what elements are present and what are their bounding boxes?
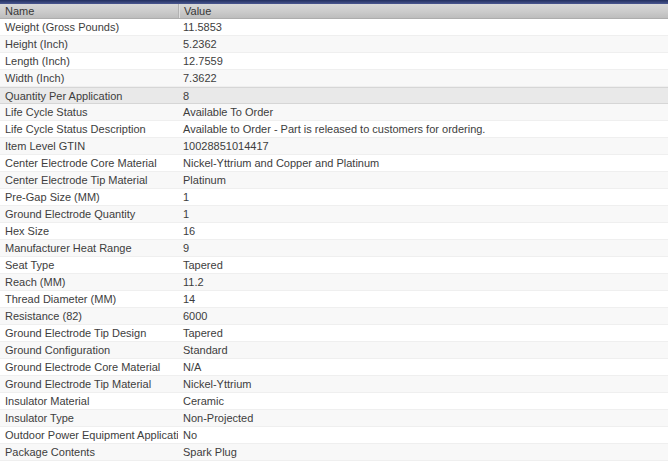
row-value-cell: 9 bbox=[178, 240, 668, 256]
row-name-cell: Insulator Material bbox=[0, 393, 178, 409]
table-row[interactable]: Ground Electrode Quantity 1 bbox=[0, 206, 668, 223]
row-value-cell: 5.2362 bbox=[178, 36, 668, 52]
row-value-cell: 1 bbox=[178, 206, 668, 222]
table-row[interactable]: Weight (Gross Pounds) 11.5853 bbox=[0, 19, 668, 36]
row-name-cell: Length (Inch) bbox=[0, 53, 178, 69]
row-value-cell: Platinum bbox=[178, 172, 668, 188]
product-specifications-panel: Name Value Weight (Gross Pounds) 11.5853… bbox=[0, 0, 668, 466]
row-value-cell: No bbox=[178, 427, 668, 443]
row-name-cell: Width (Inch) bbox=[0, 70, 178, 86]
row-value-cell: 7.3622 bbox=[178, 70, 668, 86]
row-name-cell: Reach (MM) bbox=[0, 274, 178, 290]
row-value-cell: Nickel-Yttrium bbox=[178, 376, 668, 392]
row-value-cell: 14 bbox=[178, 291, 668, 307]
row-name-cell: Ground Electrode Quantity bbox=[0, 206, 178, 222]
table-row[interactable]: Outdoor Power Equipment Application No bbox=[0, 427, 668, 444]
table-row[interactable]: Package Contents Spark Plug bbox=[0, 444, 668, 461]
row-value-cell: Tapered bbox=[178, 257, 668, 273]
table-row[interactable]: Length (Inch) 12.7559 bbox=[0, 53, 668, 70]
row-value-cell: Available To Order bbox=[178, 104, 668, 120]
table-header-row: Name Value bbox=[0, 4, 668, 19]
table-row[interactable]: Life Cycle Status Description Available … bbox=[0, 121, 668, 138]
row-value-cell: 16 bbox=[178, 223, 668, 239]
row-name-cell: Hex Size bbox=[0, 223, 178, 239]
row-value-cell: Available to Order - Part is released to… bbox=[178, 121, 668, 137]
row-name-cell: Center Electrode Tip Material bbox=[0, 172, 178, 188]
table-row[interactable]: Manufacturer Heat Range 9 bbox=[0, 240, 668, 257]
table-row[interactable]: Ground Electrode Tip Design Tapered bbox=[0, 325, 668, 342]
row-value-cell: 11.5853 bbox=[178, 19, 668, 35]
row-name-cell: Pre-Gap Size (MM) bbox=[0, 189, 178, 205]
row-name-cell: Insulator Type bbox=[0, 410, 178, 426]
row-value-cell: 12.7559 bbox=[178, 53, 668, 69]
table-row[interactable]: Pre-Gap Size (MM) 1 bbox=[0, 189, 668, 206]
table-row[interactable]: Height (Inch) 5.2362 bbox=[0, 36, 668, 53]
table-row[interactable]: Center Electrode Tip Material Platinum bbox=[0, 172, 668, 189]
row-name-cell: Manufacturer Heat Range bbox=[0, 240, 178, 256]
row-name-cell: Life Cycle Status bbox=[0, 104, 178, 120]
column-header-name[interactable]: Name bbox=[0, 4, 178, 18]
row-name-cell: Outdoor Power Equipment Application bbox=[0, 427, 178, 443]
row-value-cell: Tapered bbox=[178, 325, 668, 341]
row-name-cell: Ground Electrode Tip Design bbox=[0, 325, 178, 341]
row-name-cell: Resistance (82) bbox=[0, 308, 178, 324]
table-row[interactable]: Ground Electrode Core Material N/A bbox=[0, 359, 668, 376]
table-body: Weight (Gross Pounds) 11.5853 Height (In… bbox=[0, 19, 668, 461]
row-value-cell: 8 bbox=[178, 88, 668, 103]
table-row[interactable]: Item Level GTIN 10028851014417 bbox=[0, 138, 668, 155]
row-name-cell: Weight (Gross Pounds) bbox=[0, 19, 178, 35]
row-name-cell: Ground Electrode Core Material bbox=[0, 359, 178, 375]
table-row[interactable]: Resistance (82) 6000 bbox=[0, 308, 668, 325]
table-row[interactable]: Thread Diameter (MM) 14 bbox=[0, 291, 668, 308]
row-value-cell: 10028851014417 bbox=[178, 138, 668, 154]
row-value-cell: 11.2 bbox=[178, 274, 668, 290]
row-name-cell: Ground Configuration bbox=[0, 342, 178, 358]
row-name-cell: Thread Diameter (MM) bbox=[0, 291, 178, 307]
table-row[interactable]: Insulator Material Ceramic bbox=[0, 393, 668, 410]
row-value-cell: Standard bbox=[178, 342, 668, 358]
table-row[interactable]: Reach (MM) 11.2 bbox=[0, 274, 668, 291]
table-row[interactable]: Insulator Type Non-Projected bbox=[0, 410, 668, 427]
row-value-cell: Non-Projected bbox=[178, 410, 668, 426]
row-name-cell: Life Cycle Status Description bbox=[0, 121, 178, 137]
row-name-cell: Height (Inch) bbox=[0, 36, 178, 52]
row-name-cell: Item Level GTIN bbox=[0, 138, 178, 154]
row-value-cell: Nickel-Yttrium and Copper and Platinum bbox=[178, 155, 668, 171]
table-row[interactable]: Center Electrode Core Material Nickel-Yt… bbox=[0, 155, 668, 172]
table-row[interactable]: Life Cycle Status Available To Order bbox=[0, 104, 668, 121]
row-name-cell: Quantity Per Application bbox=[0, 88, 178, 103]
table-row[interactable]: Quantity Per Application 8 bbox=[0, 87, 668, 104]
row-name-cell: Package Contents bbox=[0, 444, 178, 460]
row-value-cell: 1 bbox=[178, 189, 668, 205]
table-row[interactable]: Width (Inch) 7.3622 bbox=[0, 70, 668, 87]
column-header-value[interactable]: Value bbox=[178, 4, 668, 18]
row-value-cell: Spark Plug bbox=[178, 444, 668, 460]
table-row[interactable]: Hex Size 16 bbox=[0, 223, 668, 240]
row-value-cell: Ceramic bbox=[178, 393, 668, 409]
row-name-cell: Center Electrode Core Material bbox=[0, 155, 178, 171]
table-row[interactable]: Seat Type Tapered bbox=[0, 257, 668, 274]
table-row[interactable]: Ground Electrode Tip Material Nickel-Ytt… bbox=[0, 376, 668, 393]
row-name-cell: Ground Electrode Tip Material bbox=[0, 376, 178, 392]
row-name-cell: Seat Type bbox=[0, 257, 178, 273]
row-value-cell: N/A bbox=[178, 359, 668, 375]
row-value-cell: 6000 bbox=[178, 308, 668, 324]
table-row[interactable]: Ground Configuration Standard bbox=[0, 342, 668, 359]
